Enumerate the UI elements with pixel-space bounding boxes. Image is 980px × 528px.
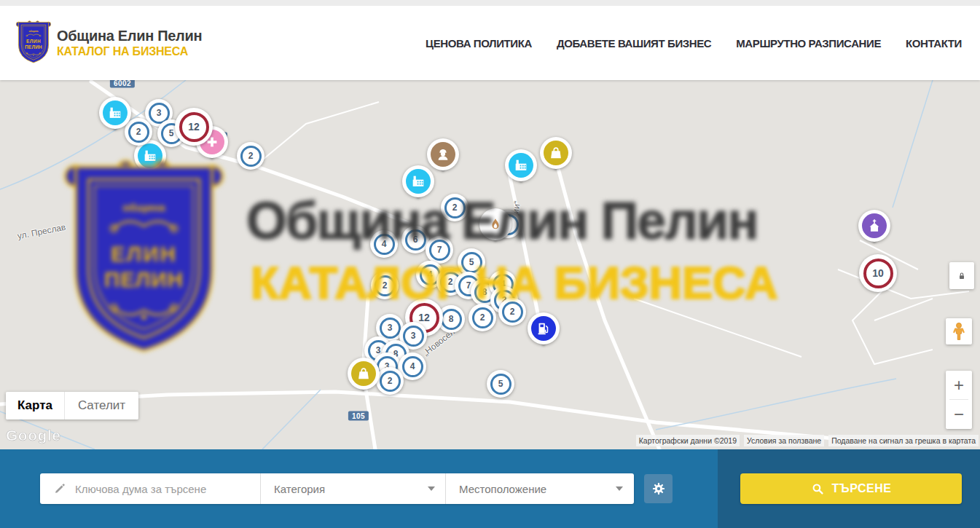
cluster-marker[interactable]: 2	[498, 298, 526, 326]
category-select-label: Категория	[274, 483, 325, 495]
chevron-down-icon	[428, 486, 435, 491]
cluster-marker[interactable]: 5	[487, 370, 514, 398]
zoom-in-button[interactable]: +	[946, 371, 972, 399]
site-header: община ЕЛИН ПЕЛИН Община Елин Пелин КАТА…	[0, 6, 980, 80]
bag-pin-marker[interactable]	[540, 137, 572, 169]
road-shield-label: 105	[348, 411, 369, 421]
chevron-down-icon	[616, 486, 623, 491]
cluster-marker[interactable]: 4	[370, 230, 398, 258]
nav-item[interactable]: КОНТАКТИ	[906, 37, 962, 50]
road-shield-label: 6002	[110, 80, 135, 88]
cluster-marker[interactable]: 10	[859, 254, 897, 292]
search-button[interactable]: ТЪРСЕНЕ	[740, 473, 962, 504]
gear-icon	[651, 481, 667, 497]
factory-icon	[107, 105, 123, 121]
site-subtitle: КАТАЛОГ НА БИЗНЕСА	[57, 45, 202, 58]
worker-icon	[435, 146, 451, 162]
page: община ЕЛИН ПЕЛИН Община Елин Пелин КАТА…	[0, 0, 980, 528]
factory-pin-marker[interactable]	[99, 97, 131, 129]
cluster-marker[interactable]: 12	[175, 108, 213, 146]
bag-icon	[548, 145, 564, 161]
flame-icon	[487, 216, 503, 232]
google-logo[interactable]: Google	[6, 427, 60, 444]
pencil-icon	[53, 482, 66, 495]
map-attribution: Картографски данни ©2019Условия за ползв…	[636, 435, 979, 446]
search-button-label: ТЪРСЕНЕ	[832, 482, 892, 495]
search-icon	[811, 482, 825, 496]
map-type-satellite-button[interactable]: Сателит	[64, 392, 138, 419]
location-select[interactable]: Местоположение	[446, 473, 633, 504]
attribution-item[interactable]: Условия за ползване	[744, 435, 824, 446]
nav-item[interactable]: МАРШРУТНО РАЗПИСАНИЕ	[736, 37, 881, 50]
street-label: ул. Преслав	[17, 222, 67, 242]
advanced-search-button[interactable]	[644, 474, 673, 503]
category-select[interactable]: Категория	[261, 473, 446, 504]
cluster-marker[interactable]: 2	[376, 367, 404, 395]
flame-pin-marker[interactable]	[479, 208, 511, 240]
cluster-marker[interactable]: 2	[441, 194, 469, 221]
map-type-map-button[interactable]: Карта	[6, 392, 64, 419]
fuel-pin-marker[interactable]	[528, 312, 560, 344]
cluster-marker[interactable]: 2	[237, 142, 264, 170]
pegman-streetview-control[interactable]	[946, 318, 972, 344]
factory-pin-marker[interactable]	[402, 165, 434, 197]
nav-item[interactable]: ДОБАВЕТЕ ВАШИЯТ БИЗНЕС	[557, 37, 711, 50]
svg-text:ПЕЛИН: ПЕЛИН	[25, 44, 42, 50]
location-select-label: Местоположение	[459, 483, 546, 495]
zoom-out-button[interactable]: −	[946, 400, 972, 428]
keyword-field	[40, 473, 261, 504]
factory-icon	[513, 157, 529, 173]
search-bar: Категория Местоположение ТЪ	[0, 449, 980, 528]
church-pin-marker[interactable]	[858, 210, 890, 242]
church-icon	[866, 218, 882, 234]
map-markers-layer: 60023105ул. Преславбул. „Новоселции“3251…	[0, 80, 980, 449]
factory-icon	[410, 173, 426, 189]
lock-icon	[956, 270, 968, 282]
site-title: Община Елин Пелин	[57, 28, 202, 44]
svg-text:ЕЛИН: ЕЛИН	[26, 39, 41, 44]
factory-icon	[142, 148, 158, 164]
attribution-item: Картографски данни ©2019	[636, 435, 740, 446]
cluster-marker[interactable]: 7	[426, 236, 453, 264]
cluster-marker[interactable]: 2	[469, 304, 496, 331]
pegman-icon	[949, 321, 968, 342]
main-nav: ЦЕНОВА ПОЛИТИКАДОБАВЕТЕ ВАШИЯТ БИЗНЕСМАР…	[426, 37, 962, 50]
svg-text:община: община	[29, 30, 39, 33]
lock-control-button[interactable]	[949, 262, 974, 289]
top-strip	[0, 0, 980, 6]
cluster-marker[interactable]: 2	[371, 272, 399, 299]
brand-text: Община Елин Пелин КАТАЛОГ НА БИЗНЕСА	[57, 28, 202, 58]
bag-pin-marker[interactable]	[348, 358, 380, 390]
site-logo-link[interactable]: община ЕЛИН ПЕЛИН Община Елин Пелин КАТА…	[16, 22, 202, 64]
factory-pin-marker[interactable]	[505, 149, 537, 181]
bag-icon	[356, 366, 372, 382]
map-type-control: Карта Сателит	[6, 392, 138, 419]
nav-item[interactable]: ЦЕНОВА ПОЛИТИКА	[426, 37, 532, 50]
map-canvas[interactable]: 60023105ул. Преславбул. „Новоселции“3251…	[0, 80, 980, 449]
municipality-crest-logo: община ЕЛИН ПЕЛИН	[16, 20, 51, 64]
attribution-item[interactable]: Подаване на сигнал за грешка в картата	[828, 435, 979, 446]
search-fields-group: Категория Местоположение	[40, 473, 634, 504]
keyword-search-input[interactable]	[74, 482, 248, 496]
fuel-icon	[536, 320, 552, 336]
zoom-control: + −	[946, 371, 972, 429]
